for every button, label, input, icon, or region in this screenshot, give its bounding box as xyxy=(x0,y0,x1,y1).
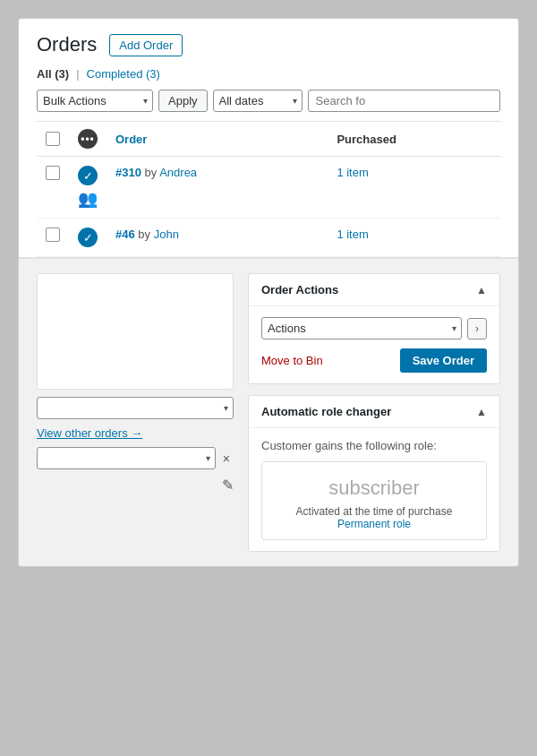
row2-purchased-cell: 1 item xyxy=(328,219,500,257)
filter-all-link[interactable]: All (3) xyxy=(37,67,69,81)
view-other-orders-link[interactable]: View other orders → xyxy=(37,426,234,440)
subscriber-role-text: subscriber xyxy=(271,477,477,500)
row1-by-text: by xyxy=(145,166,160,179)
order-column-link[interactable]: Order xyxy=(115,133,147,146)
row1-customer-link[interactable]: Andrea xyxy=(159,166,197,179)
activated-text: Activated at the time of purchase xyxy=(271,505,477,518)
row1-status-cell: ✓ 👥 xyxy=(69,157,107,219)
header-checkbox[interactable] xyxy=(46,132,60,146)
add-order-button[interactable]: Add Order xyxy=(109,34,183,56)
all-dates-select[interactable]: All dates xyxy=(213,90,303,112)
row2-checkbox-cell xyxy=(37,219,69,257)
table-header-row: ••• Order Purchased xyxy=(37,122,500,157)
role-changer-title: Automatic role changer xyxy=(261,405,391,418)
left-select2-wrapper: ▾ xyxy=(37,447,216,469)
row2-purchased-link[interactable]: 1 item xyxy=(337,228,368,241)
left-panel-select2[interactable] xyxy=(37,447,216,469)
role-changer-toggle-icon[interactable]: ▲ xyxy=(476,406,487,418)
apply-button[interactable]: Apply xyxy=(158,90,208,112)
row1-check-icon: ✓ xyxy=(78,166,98,185)
row1-order-link[interactable]: #310 xyxy=(115,166,141,179)
row2-customer-link[interactable]: John xyxy=(154,228,179,241)
left-panel-select-row: ▾ xyxy=(37,397,234,419)
row1-checkbox-cell xyxy=(37,157,69,219)
row1-checkbox[interactable] xyxy=(46,166,60,180)
actions-select-wrapper: Actions ▾ xyxy=(261,317,462,339)
row1-purchased-cell: 1 item xyxy=(328,157,500,219)
move-to-bin-link[interactable]: Move to Bin xyxy=(261,354,323,367)
row1-group-icon: 👥 xyxy=(78,189,98,209)
table-row: ✓ #46 by John 1 item xyxy=(37,219,500,257)
left-panel-select[interactable] xyxy=(37,397,234,419)
row2-status-cell: ✓ xyxy=(69,219,107,257)
top-section: Orders Add Order All (3) | Completed (3)… xyxy=(19,19,518,259)
role-changer-description: Customer gains the following role: xyxy=(261,439,487,452)
clear-button[interactable]: × xyxy=(219,450,234,468)
role-changer-body: Customer gains the following role: subsc… xyxy=(249,428,499,551)
pencil-icon[interactable]: ✎ xyxy=(37,477,234,494)
page-title: Orders xyxy=(37,33,97,56)
header-dots-icon: ••• xyxy=(78,129,98,149)
role-changer-header: Automatic role changer ▲ xyxy=(249,396,499,428)
bulk-actions-select[interactable]: Bulk Actions xyxy=(37,90,153,112)
page-header: Orders Add Order xyxy=(37,33,500,56)
orders-table: ••• Order Purchased xyxy=(37,121,500,257)
order-actions-toggle-icon[interactable]: ▲ xyxy=(476,284,487,296)
bottom-actions-row: Move to Bin Save Order xyxy=(261,348,487,373)
order-actions-title: Order Actions xyxy=(261,283,338,296)
bulk-actions-wrapper: Bulk Actions ▾ xyxy=(37,90,153,112)
table-row: ✓ 👥 #310 by Andrea 1 item xyxy=(37,157,500,219)
row1-purchased-link[interactable]: 1 item xyxy=(337,166,368,179)
left-panel: ▾ View other orders → ▾ × ✎ xyxy=(37,273,234,552)
role-box: subscriber Activated at the time of purc… xyxy=(261,461,487,540)
row2-order-link[interactable]: #46 xyxy=(115,228,135,241)
row2-by-text: by xyxy=(138,228,153,241)
filter-completed-link[interactable]: Completed (3) xyxy=(87,67,160,81)
row1-order-cell: #310 by Andrea xyxy=(107,157,328,219)
row2-order-cell: #46 by John xyxy=(107,219,328,257)
main-container: Orders Add Order All (3) | Completed (3)… xyxy=(18,18,519,567)
actions-select[interactable]: Actions xyxy=(261,317,462,339)
filter-separator: | xyxy=(76,67,79,81)
actions-row: Actions ▾ › xyxy=(261,317,487,339)
row2-checkbox[interactable] xyxy=(46,228,60,242)
header-checkbox-cell xyxy=(37,122,69,157)
search-input[interactable] xyxy=(308,90,500,112)
save-order-button[interactable]: Save Order xyxy=(400,348,487,373)
filter-links: All (3) | Completed (3) xyxy=(37,67,500,81)
order-actions-panel: Order Actions ▲ Actions ▾ › M xyxy=(248,273,500,384)
header-icon-cell: ••• xyxy=(69,122,107,157)
left-panel-box xyxy=(37,273,234,390)
all-dates-wrapper: All dates ▾ xyxy=(213,90,303,112)
actions-arrow-button[interactable]: › xyxy=(467,318,487,339)
bottom-section: ▾ View other orders → ▾ × ✎ Order Act xyxy=(19,259,518,566)
role-changer-panel: Automatic role changer ▲ Customer gains … xyxy=(248,395,500,552)
bulk-actions-bar: Bulk Actions ▾ Apply All dates ▾ xyxy=(37,90,500,112)
left-select-wrapper: ▾ xyxy=(37,397,234,419)
right-panel: Order Actions ▲ Actions ▾ › M xyxy=(248,273,500,552)
left-panel-select-row2: ▾ × xyxy=(37,447,234,469)
permanent-text: Permanent role xyxy=(271,518,477,530)
row2-check-icon: ✓ xyxy=(78,228,98,247)
order-actions-header: Order Actions ▲ xyxy=(249,274,499,306)
header-order: Order xyxy=(107,122,328,157)
order-actions-body: Actions ▾ › Move to Bin Save Order xyxy=(249,306,499,383)
header-purchased: Purchased xyxy=(328,122,500,157)
